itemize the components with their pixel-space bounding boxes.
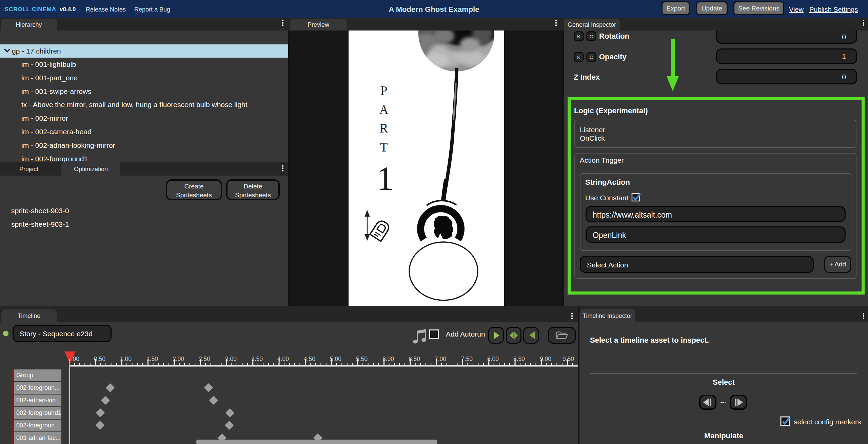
svg-text:T: T: [380, 140, 388, 154]
svg-text:1: 1: [377, 160, 394, 197]
svg-text:R: R: [380, 121, 388, 135]
svg-text:9.50: 9.50: [563, 356, 574, 362]
svg-text:P: P: [380, 84, 388, 98]
svg-text:A: A: [379, 103, 389, 117]
